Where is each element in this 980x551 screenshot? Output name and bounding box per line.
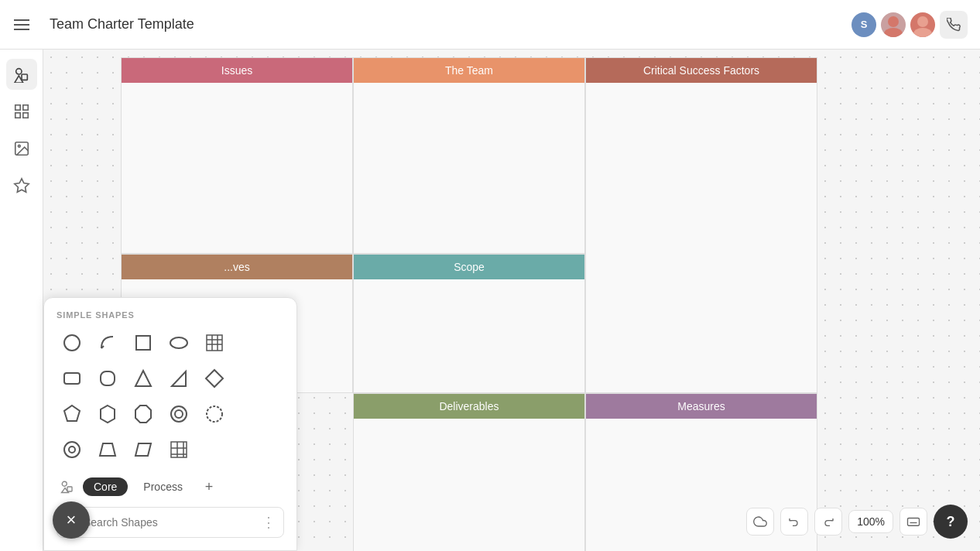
shape-parallelogram[interactable] xyxy=(128,434,159,465)
shape-arc[interactable] xyxy=(92,327,123,358)
issues-body xyxy=(122,83,352,253)
search-more-icon[interactable]: ⋮ xyxy=(262,514,276,531)
csf-card: Critical Success Factors xyxy=(585,57,817,393)
search-bar: ⋮ xyxy=(57,507,284,538)
shape-hexagon[interactable] xyxy=(92,399,123,430)
svg-rect-10 xyxy=(22,113,27,118)
shape-octagon[interactable] xyxy=(128,399,159,430)
svg-point-12 xyxy=(18,145,20,147)
image-icon xyxy=(13,140,30,157)
keyboard-button[interactable] xyxy=(899,508,927,536)
deliverables-card: Deliverables xyxy=(353,393,585,551)
shape-circle3[interactable] xyxy=(199,399,230,430)
zoom-level[interactable]: 100% xyxy=(848,510,893,533)
menu-icon xyxy=(14,16,29,33)
svg-rect-5 xyxy=(22,74,27,80)
deliverables-header: Deliverables xyxy=(354,394,584,419)
svg-marker-26 xyxy=(206,370,223,387)
the-team-header: The Team xyxy=(354,58,584,83)
svg-rect-22 xyxy=(64,373,80,384)
undo-icon xyxy=(788,515,800,528)
shape-squircle[interactable] xyxy=(92,363,123,394)
issues-card: Issues xyxy=(121,57,353,254)
svg-point-1 xyxy=(884,28,903,37)
svg-point-2 xyxy=(917,16,928,27)
svg-marker-27 xyxy=(64,406,80,421)
shape-triangle[interactable] xyxy=(128,363,159,394)
svg-rect-23 xyxy=(101,371,115,385)
bottom-controls: 100% ? xyxy=(746,505,968,539)
hamburger-button[interactable] xyxy=(0,0,43,50)
svg-point-32 xyxy=(207,406,222,422)
csf-body xyxy=(586,83,817,315)
svg-point-31 xyxy=(175,410,183,418)
tab-core-button[interactable]: Core xyxy=(83,477,128,496)
svg-point-34 xyxy=(69,447,75,453)
redo-button[interactable] xyxy=(814,508,842,536)
shapes-grid xyxy=(57,327,284,465)
document-title: Team Charter Template xyxy=(50,16,194,33)
the-team-body xyxy=(354,83,584,253)
search-shapes-input[interactable] xyxy=(84,516,255,529)
svg-rect-43 xyxy=(67,487,72,491)
deliverables-body xyxy=(354,419,584,542)
tab-shapes-icon[interactable] xyxy=(57,476,78,498)
svg-rect-15 xyxy=(136,336,150,350)
svg-rect-37 xyxy=(171,442,187,457)
header-actions: S xyxy=(852,11,980,39)
shape-diamond[interactable] xyxy=(199,363,230,394)
svg-marker-13 xyxy=(14,179,28,192)
redo-icon xyxy=(822,515,834,528)
svg-rect-7 xyxy=(15,105,19,110)
shape-oval[interactable] xyxy=(163,327,194,358)
shape-right-triangle[interactable] xyxy=(163,363,194,394)
shapes-tab-icon xyxy=(60,480,74,494)
shape-table[interactable] xyxy=(199,327,230,358)
sidebar-shapes-button[interactable] xyxy=(6,59,37,90)
shape-grid[interactable] xyxy=(163,434,194,465)
shapes-icon xyxy=(13,66,30,83)
scope-body xyxy=(354,279,584,388)
shape-donut[interactable] xyxy=(57,434,87,465)
grid-icon xyxy=(13,103,30,120)
the-team-card: The Team xyxy=(353,57,585,254)
undo-button[interactable] xyxy=(780,508,808,536)
shape-pentagon[interactable] xyxy=(57,399,87,430)
sidebar-star-button[interactable] xyxy=(6,170,37,201)
svg-marker-24 xyxy=(135,371,151,386)
shape-tabs: Core Process + xyxy=(57,476,284,498)
svg-marker-29 xyxy=(135,406,151,423)
help-button[interactable]: ? xyxy=(934,505,968,539)
svg-point-16 xyxy=(170,337,187,348)
avatar-r[interactable] xyxy=(910,12,935,37)
svg-marker-25 xyxy=(172,371,186,386)
sidebar-grid-button[interactable] xyxy=(6,96,37,127)
svg-point-14 xyxy=(64,335,80,351)
phone-icon xyxy=(947,18,961,32)
svg-rect-8 xyxy=(22,105,27,110)
svg-marker-35 xyxy=(100,443,115,456)
shape-rounded-rect[interactable] xyxy=(57,363,87,394)
scope-header: Scope xyxy=(354,255,584,279)
shape-square[interactable] xyxy=(128,327,159,358)
issues-header: Issues xyxy=(122,58,352,83)
svg-point-0 xyxy=(888,16,899,27)
csf-header: Critical Success Factors xyxy=(586,58,817,83)
avatar-s[interactable]: S xyxy=(852,12,876,37)
fab-close-button[interactable]: × xyxy=(53,501,90,539)
tab-process-button[interactable]: Process xyxy=(132,477,194,496)
sidebar-image-button[interactable] xyxy=(6,133,37,164)
left-sidebar xyxy=(0,50,43,551)
avatar-b[interactable] xyxy=(881,12,906,37)
objectives-header: ...ves xyxy=(122,255,352,279)
cloud-save-button[interactable] xyxy=(746,508,774,536)
tab-add-button[interactable]: + xyxy=(198,476,220,498)
shape-circle2[interactable] xyxy=(163,399,194,430)
svg-point-33 xyxy=(64,442,80,457)
shape-trapezoid[interactable] xyxy=(92,434,123,465)
cloud-icon xyxy=(753,515,767,529)
svg-point-3 xyxy=(913,28,932,37)
phone-button[interactable] xyxy=(940,11,968,39)
scope-card: Scope xyxy=(353,254,585,393)
shape-circle[interactable] xyxy=(57,327,87,358)
